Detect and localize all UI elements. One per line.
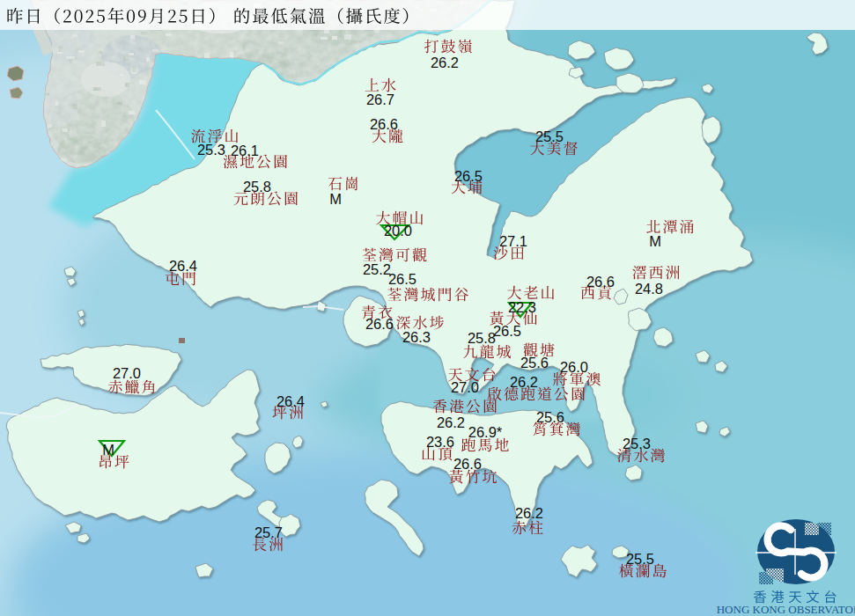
- svg-text:27.1: 27.1: [499, 233, 527, 249]
- svg-text:26.2: 26.2: [510, 374, 538, 390]
- svg-text:25.8: 25.8: [468, 330, 496, 346]
- svg-text:HONG KONG OBSERVATORY: HONG KONG OBSERVATORY: [717, 603, 855, 616]
- svg-text:26.7: 26.7: [366, 92, 394, 107]
- svg-text:26.1: 26.1: [231, 143, 259, 158]
- svg-text:26.5: 26.5: [388, 271, 416, 287]
- svg-text:26.5: 26.5: [454, 168, 483, 184]
- svg-text:25.2: 25.2: [363, 261, 391, 277]
- svg-text:26.2: 26.2: [431, 55, 459, 70]
- svg-text:25.8: 25.8: [243, 179, 271, 194]
- svg-text:26.4: 26.4: [276, 393, 305, 409]
- svg-text:M: M: [329, 191, 342, 207]
- svg-text:26.4: 26.4: [169, 258, 197, 274]
- svg-text:26.6: 26.6: [453, 456, 482, 472]
- svg-text:23.6: 23.6: [426, 434, 454, 450]
- svg-text:25.3: 25.3: [623, 436, 651, 451]
- svg-text:26.6: 26.6: [370, 116, 398, 132]
- svg-text:26.0: 26.0: [560, 359, 588, 375]
- svg-text:25.6: 25.6: [536, 409, 564, 425]
- svg-text:26.6: 26.6: [365, 316, 394, 332]
- svg-text:27.0: 27.0: [451, 379, 479, 395]
- svg-text:25.7: 25.7: [254, 524, 283, 540]
- svg-text:24.8: 24.8: [635, 281, 663, 297]
- svg-text:25.5: 25.5: [535, 128, 564, 144]
- svg-text:27.0: 27.0: [113, 365, 141, 381]
- svg-text:26.6: 26.6: [586, 274, 615, 290]
- svg-text:26.2: 26.2: [515, 505, 543, 521]
- svg-text:M: M: [102, 442, 114, 458]
- svg-text:26.9*: 26.9*: [468, 424, 503, 440]
- svg-text:M: M: [649, 233, 661, 249]
- svg-text:26.5: 26.5: [493, 323, 521, 339]
- svg-text:25.6: 25.6: [520, 355, 549, 370]
- svg-text:26.2: 26.2: [437, 414, 465, 430]
- svg-text:25.3: 25.3: [197, 142, 225, 158]
- svg-text:22.3: 22.3: [508, 299, 536, 315]
- svg-text:26.3: 26.3: [402, 329, 431, 345]
- svg-text:20.0: 20.0: [384, 223, 412, 238]
- svg-text:25.5: 25.5: [626, 551, 654, 567]
